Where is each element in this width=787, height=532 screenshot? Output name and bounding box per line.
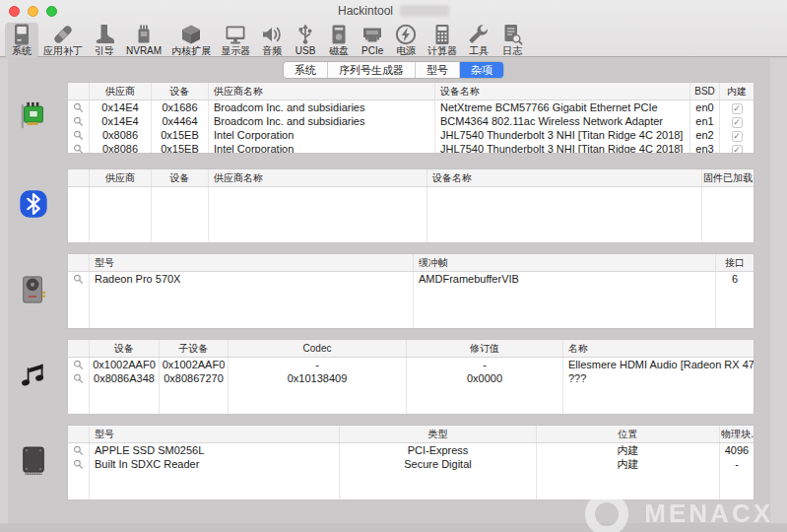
- magnifier-icon[interactable]: [68, 142, 89, 153]
- table-cell[interactable]: 0x14E4: [90, 114, 151, 128]
- tab-serial-generator[interactable]: 序列号生成器: [327, 62, 415, 78]
- toolbar-item-boot[interactable]: 引导: [88, 23, 121, 58]
- window-right-margin: [770, 58, 787, 532]
- table-cell[interactable]: 0x8086A348: [90, 371, 159, 385]
- table-cell[interactable]: 0x8086: [90, 128, 151, 142]
- table-cell[interactable]: 4096: [720, 443, 754, 457]
- table-cell[interactable]: JHL7540 Thunderbolt 3 NHI [Titan Ridge 4…: [435, 128, 689, 142]
- table-cell[interactable]: Broadcom Inc. and subsidiaries: [209, 114, 434, 128]
- checkmark: ✓: [732, 131, 743, 142]
- table-cell[interactable]: PCI-Express: [340, 443, 536, 457]
- table-cell[interactable]: 0x1002AAF0: [90, 358, 159, 371]
- toolbar-item-pcie[interactable]: PCIe: [356, 23, 389, 58]
- table-cell[interactable]: 内建: [537, 443, 719, 457]
- toolbar-item-label: 工具: [469, 45, 489, 56]
- column-header: [68, 426, 90, 442]
- builtin-checkbox[interactable]: ✓: [720, 142, 754, 153]
- table-cell[interactable]: JHL7540 Thunderbolt 3 NHI [Titan Ridge 4…: [435, 142, 689, 153]
- builtin-checkbox[interactable]: ✓: [720, 114, 754, 128]
- toolbar-item-label: 计算器: [427, 45, 457, 56]
- table-cell[interactable]: APPLE SSD SM0256L: [90, 443, 339, 457]
- toolbar-item-label: 电源: [396, 45, 416, 56]
- audio-table-body: 0x1002AAF00x8086A3480x1002AAF00x80867270…: [68, 358, 754, 414]
- bandaid-icon: [51, 24, 75, 45]
- tab-system[interactable]: 系统: [284, 62, 327, 78]
- column-header: 物理块…: [720, 426, 754, 442]
- magnifier-icon[interactable]: [68, 272, 89, 286]
- table-cell[interactable]: Built In SDXC Reader: [90, 457, 339, 471]
- table-cell[interactable]: ???: [563, 371, 754, 385]
- toolbar-item-calculator[interactable]: 计算器: [423, 23, 462, 58]
- table-column: 4096-: [720, 443, 754, 499]
- table-cell[interactable]: AMDFramebufferVIB: [414, 272, 715, 286]
- magnifier-icon[interactable]: [68, 100, 89, 114]
- table-cell[interactable]: -: [407, 358, 562, 371]
- magnifier-icon[interactable]: [68, 443, 89, 457]
- table-cell[interactable]: Intel Corporation: [209, 142, 434, 153]
- magnifier-icon[interactable]: [68, 457, 89, 471]
- table-column: 0x1002AAF00x8086A348: [90, 358, 160, 414]
- network-table-body: 0x14E40x14E40x80860x80860x16860x44640x15…: [68, 100, 754, 153]
- table-cell[interactable]: 0x4464: [152, 114, 208, 128]
- magnifier-icon[interactable]: [68, 128, 89, 142]
- toolbar-item-disks[interactable]: 磁盘: [322, 23, 356, 58]
- table-cell[interactable]: 0x1686: [152, 100, 208, 114]
- table-cell[interactable]: en0: [690, 100, 719, 114]
- toolbar-item-audio[interactable]: 音频: [255, 23, 289, 58]
- table-cell[interactable]: 0x15EB: [152, 128, 208, 142]
- column-header: [68, 83, 90, 100]
- table-cell[interactable]: 内建: [537, 457, 719, 471]
- table-cell[interactable]: 0x1002AAF0: [160, 358, 228, 371]
- table-cell[interactable]: Ellesmere HDMI Audio [Radeon RX 470/480 …: [563, 358, 754, 371]
- toolbar-item-tools[interactable]: 工具: [462, 23, 495, 58]
- table-cell[interactable]: NetXtreme BCM57766 Gigabit Ethernet PCIe: [435, 100, 689, 114]
- toolbar-item-system[interactable]: 系统: [5, 23, 38, 58]
- toolbar-item-log[interactable]: 日志: [495, 23, 529, 58]
- toolbar-item-displays[interactable]: 显示器: [216, 23, 255, 58]
- section-storage: 型号类型位置物理块…APPLE SSD SM0256LBuilt In SDXC…: [0, 425, 787, 500]
- table-cell[interactable]: en3: [690, 142, 719, 153]
- toolbar-item-label: 音频: [262, 45, 282, 56]
- magnifier-icon[interactable]: [68, 371, 89, 385]
- window-left-margin: [0, 58, 8, 532]
- table-cell[interactable]: 0x0000: [407, 371, 562, 385]
- toolbar-item-power[interactable]: 电源: [389, 23, 423, 58]
- table-cell[interactable]: Secure Digital: [340, 457, 536, 471]
- builtin-checkbox[interactable]: ✓: [720, 100, 754, 114]
- tab-model[interactable]: 型号: [415, 62, 459, 78]
- table-column: [68, 187, 90, 242]
- toolbar-item-usb[interactable]: USB: [289, 23, 322, 58]
- table-cell[interactable]: -: [229, 358, 406, 371]
- toolbar-item-nvram[interactable]: NVRAM: [121, 23, 166, 58]
- table-cell[interactable]: 0x8086: [90, 142, 151, 153]
- toolbar-item-patch[interactable]: 应用补丁: [38, 23, 88, 58]
- table-column: ✓✓✓✓: [720, 100, 754, 153]
- table-cell[interactable]: 0x14E4: [90, 100, 151, 114]
- table-cell[interactable]: BCM4364 802.11ac Wireless Network Adapte…: [435, 114, 689, 128]
- builtin-checkbox[interactable]: ✓: [720, 128, 754, 142]
- column-header: BSD: [690, 83, 720, 100]
- table-cell[interactable]: Radeon Pro 570X: [90, 272, 413, 286]
- table-cell[interactable]: en1: [690, 114, 719, 128]
- table-cell[interactable]: 0x10138409: [229, 371, 406, 385]
- table-cell[interactable]: 6: [716, 272, 754, 286]
- table-cell[interactable]: en2: [690, 128, 719, 142]
- power-icon: [394, 24, 418, 45]
- tab-misc[interactable]: 杂项: [459, 62, 503, 78]
- audio-table-header: 设备子设备Codec修订值名称: [68, 340, 754, 358]
- magnifier-icon[interactable]: [68, 358, 89, 371]
- table-cell[interactable]: 0x80867270: [160, 371, 228, 385]
- toolbar-item-kexts[interactable]: 内核扩展: [166, 23, 216, 58]
- speaker-icon: [260, 24, 284, 45]
- table-cell[interactable]: Broadcom Inc. and subsidiaries: [209, 100, 434, 114]
- table-cell[interactable]: Intel Corporation: [209, 128, 434, 142]
- magnifier-icon[interactable]: [68, 114, 89, 128]
- pcie-card-icon: [361, 24, 384, 45]
- table-column: [68, 358, 90, 414]
- table-cell[interactable]: -: [720, 457, 754, 471]
- column-header: 设备: [90, 340, 160, 357]
- table-cell[interactable]: 0x15EB: [152, 142, 208, 153]
- column-header: 修订值: [407, 340, 563, 357]
- bluetooth-table: 供应商设备供应商名称设备名称固件已加载: [67, 168, 754, 243]
- table-column: -0x10138409: [229, 358, 407, 414]
